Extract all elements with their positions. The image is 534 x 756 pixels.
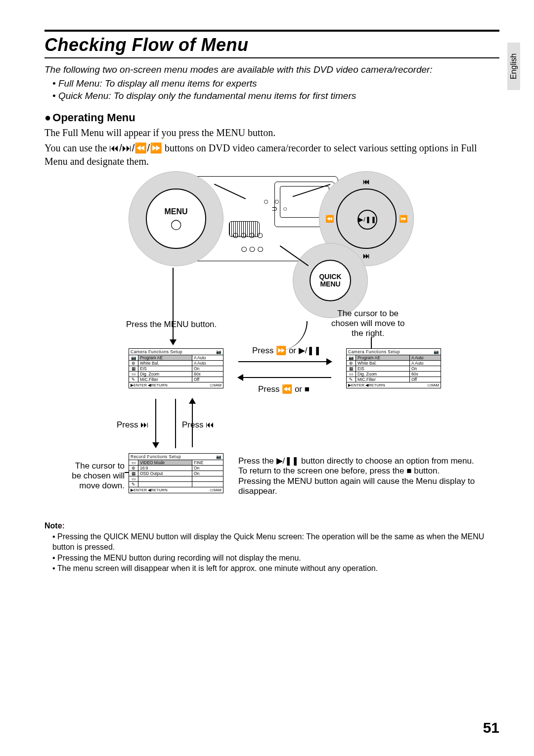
line (175, 399, 176, 448)
cursor-down-label: The cursor to be chosen will move down. (60, 461, 125, 491)
osd-row-value: A Auto (192, 355, 223, 360)
camera-icon: 📷 (216, 349, 222, 354)
osd-row-value: On (192, 366, 223, 371)
osd-row-icon: ▦ (347, 366, 356, 371)
camera-buttons-icon: ○○○○ ○○○ (232, 228, 265, 256)
osd-title: Camera Functions Setup (348, 349, 400, 354)
arrow-right-icon (238, 361, 331, 362)
osd-row-value (192, 482, 223, 487)
language-tab: English (507, 43, 520, 90)
skip-next-icon: ⏭ (363, 252, 370, 260)
osd-record-menu: Record Functions Setup📷 ▭VIDEO ModeFINE … (129, 453, 223, 493)
osd-row-icon: ▭ (347, 372, 356, 377)
osd-footer-left: ▶ENTER ◀RETURN (131, 383, 168, 387)
note-item: Pressing the MENU button during recordin… (52, 553, 499, 564)
note-item: The menu screen will disappear when it i… (52, 563, 499, 574)
menu-button-illustration: MENU ◯ (129, 171, 223, 266)
osd-row-name: Dig. Zoom (356, 372, 410, 377)
section-p2: You can use the ⏮/⏭/⏪/⏩ buttons on DVD v… (44, 142, 499, 168)
osd-row-icon: ▭ (129, 372, 138, 377)
osd-row-icon: ✎ (129, 482, 138, 487)
osd-row-name: MIC.Filter (356, 377, 410, 382)
osd-title: Camera Functions Setup (131, 349, 182, 354)
osd-row-icon: ⊛ (347, 361, 356, 366)
osd-row-name: 16:9 (138, 466, 192, 471)
osd-row-value (192, 476, 223, 481)
menu-button-label: MENU (164, 207, 187, 216)
osd-row-icon: ✎ (347, 377, 356, 382)
osd-camera-menu-right: Camera Functions Setup📷 📷Program AEA Aut… (346, 348, 441, 388)
quick-menu-button-illustration: QUICK MENU (293, 243, 368, 318)
osd-footer-left: ▶ENTER ◀RETURN (131, 488, 168, 492)
page-number: 51 (483, 719, 499, 736)
nav-symbols: ⏮/⏭/⏪/⏩ (109, 142, 162, 153)
osd-row-name: Dig. Zoom (138, 372, 192, 377)
intro-bullet: Quick Menu: To display only the fundamen… (52, 90, 499, 102)
diagram: ○ ○ ⊃ ○ ○○○○ ○○○ MENU ◯ ▶/❚❚ ⏮ ⏭ ⏪ ⏩ QUI… (44, 171, 499, 518)
section-p1: The Full Menu will appear if you press t… (44, 126, 499, 140)
intro-desc: The following two on-screen menu modes a… (44, 63, 499, 76)
note-colon: : (62, 521, 65, 530)
osd-row-value: A Auto (192, 361, 223, 366)
osd-row-value: On (192, 471, 223, 476)
camera-icon: 📷 (434, 349, 439, 354)
osd-row-name: Program AE (138, 355, 192, 360)
section-heading: Operating Menu (44, 111, 499, 124)
press-forward-label: Press ⏩ or ▶/❚❚ (252, 345, 321, 356)
page-title: Checking Flow of Menu (44, 35, 499, 55)
note-item: Pressing the QUICK MENU button will disp… (52, 531, 499, 553)
language-label: English (509, 53, 518, 79)
press-prev-label: Press ⏮ (182, 420, 214, 430)
osd-footer-left: ▶ENTER ◀RETURN (348, 383, 385, 387)
osd-footer-right: ▭9AM (210, 488, 222, 492)
rule-under-title (44, 57, 499, 58)
osd-row-icon: 📷 (129, 355, 138, 360)
quick-menu-label: QUICK MENU (310, 260, 351, 301)
osd-row-name: EIS (356, 366, 410, 371)
button-icon: ◯ (164, 218, 187, 230)
osd-camera-menu: Camera Functions Setup📷 📷Program AEA Aut… (129, 348, 223, 388)
osd-row-name: OSD Output (138, 471, 192, 476)
osd-row-name (138, 476, 192, 481)
skip-prev-icon: ⏮ (363, 178, 370, 186)
osd-row-name: White Bal. (138, 361, 192, 366)
arrow-down-icon (173, 268, 174, 344)
arrow-left-icon (238, 377, 331, 378)
osd-row-value: Off (192, 377, 223, 382)
osd-row-value: On (192, 466, 223, 471)
play-pause-icon: ▶/❚❚ (357, 210, 377, 230)
osd-row-icon: ▦ (129, 471, 138, 476)
osd-row-icon: ▦ (129, 366, 138, 371)
osd-title: Record Functions Setup (131, 454, 181, 459)
forward-icon: ⏩ (399, 215, 407, 223)
press-next-label: Press ⏭ (117, 420, 149, 430)
osd-row-name: VIDEO Mode (138, 460, 192, 465)
camera-icon: 📷 (216, 454, 222, 459)
osd-row-name (138, 482, 192, 487)
rewind-icon: ⏪ (325, 215, 334, 223)
osd-row-name: White Bal. (356, 361, 410, 366)
osd-row-icon: 📷 (347, 355, 356, 360)
osd-row-value: On (410, 366, 441, 371)
osd-row-name: Program AE (356, 355, 410, 360)
osd-row-value: 60x (192, 372, 223, 377)
camera-indicator-icon: ⊃ ○ (271, 204, 289, 213)
osd-footer-right: ▭9AM (210, 383, 222, 387)
osd-row-value: A Auto (410, 361, 441, 366)
rule-top (44, 30, 499, 32)
osd-row-value: 60x (410, 372, 441, 377)
osd-footer-right: ▭9AM (427, 383, 439, 387)
osd-row-icon: ⊛ (129, 361, 138, 366)
osd-row-icon: ⊛ (129, 466, 138, 471)
osd-row-icon: ✎ (129, 377, 138, 382)
osd-row-icon: ▭ (129, 476, 138, 481)
osd-row-icon: ▭ (129, 460, 138, 465)
press-rewind-label: Press ⏪ or ■ (258, 384, 310, 394)
cursor-right-label: The cursor to be chosen will move to the… (331, 309, 404, 338)
osd-row-value: FINE (192, 460, 223, 465)
note-block: Note: Pressing the QUICK MENU button wil… (44, 520, 499, 574)
osd-row-value: A Auto (410, 355, 441, 360)
osd-row-name: EIS (138, 366, 192, 371)
osd-row-value: Off (410, 377, 441, 382)
osd-row-name: MIC.Filter (138, 377, 192, 382)
